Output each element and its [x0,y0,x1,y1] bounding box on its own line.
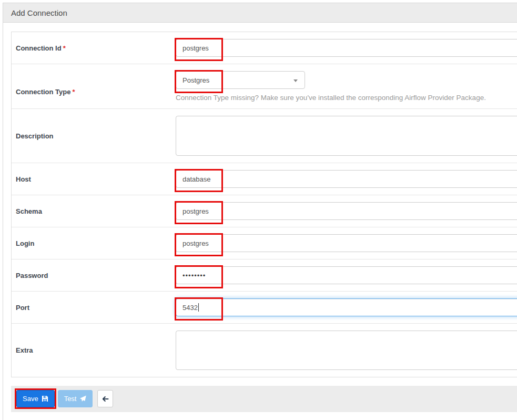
field-row-connection-id: Connection Id* [12,32,517,64]
connection-form: Connection Id* Connection Type* Postgres… [11,32,517,377]
field-row-password: Password [12,259,517,292]
login-input[interactable] [176,234,517,252]
test-button-label: Test [64,395,77,403]
annotation-highlight: Postgres Connection Type missing? Make s… [176,71,517,102]
annotation-highlight [176,39,517,57]
schema-label: Schema [16,207,42,215]
floppy-disk-icon [42,395,48,402]
field-row-schema: Schema [12,195,517,227]
save-button-label: Save [23,395,38,403]
save-button[interactable]: Save [16,390,55,407]
add-connection-panel: Add Connection Connection Id* Connection… [3,3,517,420]
description-label: Description [16,132,54,140]
annotation-highlight [176,202,517,220]
page-title: Add Connection [11,8,67,17]
host-input[interactable] [176,170,517,188]
annotation-highlight [176,234,517,252]
annotation-highlight: Save [16,390,55,407]
back-button[interactable] [97,390,113,407]
field-row-connection-type: Connection Type* Postgres Connection Typ… [12,64,517,109]
port-value: 5432 [183,304,198,312]
required-asterisk: * [63,44,66,52]
schema-input[interactable] [176,202,517,220]
field-row-host: Host [12,163,517,195]
extra-label: Extra [16,346,33,354]
extra-textarea[interactable] [176,331,517,370]
password-label: Password [16,272,48,279]
field-row-description: Description [12,109,517,163]
login-label: Login [16,239,34,247]
connection-id-input[interactable] [176,39,517,57]
field-row-login: Login [12,227,517,259]
connection-id-label: Connection Id [16,44,62,52]
arrow-left-icon [102,395,109,403]
connection-type-helper-text: Connection Type missing? Make sure you'v… [176,94,517,102]
annotation-highlight [176,266,517,284]
caret-down-icon [293,79,298,82]
form-footer: Save Test [11,386,517,412]
connection-type-selected-value: Postgres [183,76,209,84]
required-asterisk: * [72,88,75,96]
port-label: Port [16,304,29,312]
annotation-highlight: 5432 [176,298,517,316]
description-textarea[interactable] [176,116,517,156]
paper-plane-icon [79,395,86,402]
connection-type-label: Connection Type [16,88,70,96]
host-label: Host [16,175,31,183]
text-cursor [198,303,199,312]
password-input[interactable] [176,266,517,284]
port-input[interactable]: 5432 [176,298,517,316]
test-button[interactable]: Test [58,390,93,407]
annotation-highlight [176,170,517,188]
connection-type-select[interactable]: Postgres [176,71,305,89]
field-row-port: Port 5432 [12,292,517,324]
field-row-extra: Extra [12,324,517,377]
panel-header: Add Connection [3,3,517,23]
panel-body: Connection Id* Connection Type* Postgres… [3,23,517,412]
